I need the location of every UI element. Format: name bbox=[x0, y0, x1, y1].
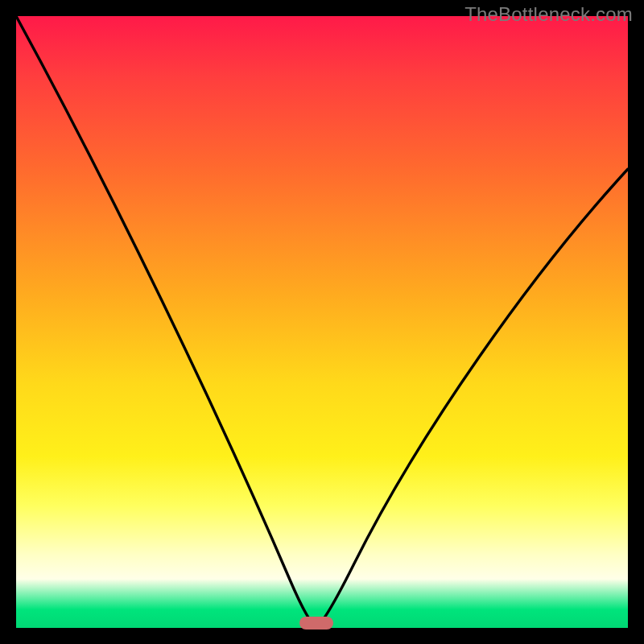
watermark-text: TheBottleneck.com bbox=[464, 3, 633, 26]
bottleneck-curve bbox=[16, 16, 628, 627]
chart-frame: TheBottleneck.com bbox=[0, 0, 644, 644]
plot-area bbox=[16, 16, 628, 628]
optimal-marker bbox=[299, 617, 333, 630]
curve-svg bbox=[16, 16, 628, 628]
